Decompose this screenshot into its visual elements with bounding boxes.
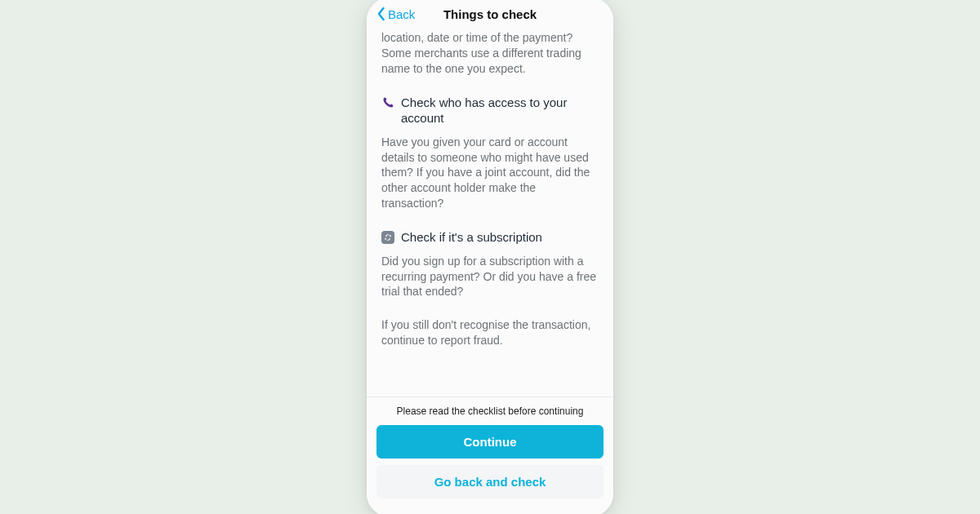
intro-fragment: location, date or time of the payment? S… xyxy=(381,30,599,77)
section-subscription: Check if it's a subscription Did you sig… xyxy=(381,229,599,299)
section-access: Check who has access to your account Hav… xyxy=(381,95,599,211)
section-access-head: Check who has access to your account xyxy=(381,95,599,126)
section-access-body: Have you given your card or account deta… xyxy=(381,135,599,211)
phone-handset-icon xyxy=(381,96,394,109)
repeat-icon xyxy=(381,231,394,244)
section-access-title: Check who has access to your account xyxy=(401,95,599,126)
outro-text: If you still don't recognise the transac… xyxy=(381,317,599,348)
phone-frame: Back Things to check location, date or t… xyxy=(367,0,613,514)
footer-note: Please read the checklist before continu… xyxy=(376,405,604,417)
back-label: Back xyxy=(388,7,415,21)
continue-button[interactable]: Continue xyxy=(376,425,604,459)
section-subscription-title: Check if it's a subscription xyxy=(401,229,542,246)
section-subscription-body: Did you sign up for a subscription with … xyxy=(381,254,599,300)
content-area: location, date or time of the payment? S… xyxy=(367,30,613,397)
nav-bar: Back Things to check xyxy=(367,0,613,30)
footer: Please read the checklist before continu… xyxy=(367,397,613,514)
back-button[interactable]: Back xyxy=(376,7,415,21)
go-back-button[interactable]: Go back and check xyxy=(376,465,604,498)
chevron-left-icon xyxy=(376,7,386,21)
section-subscription-head: Check if it's a subscription xyxy=(381,229,599,246)
